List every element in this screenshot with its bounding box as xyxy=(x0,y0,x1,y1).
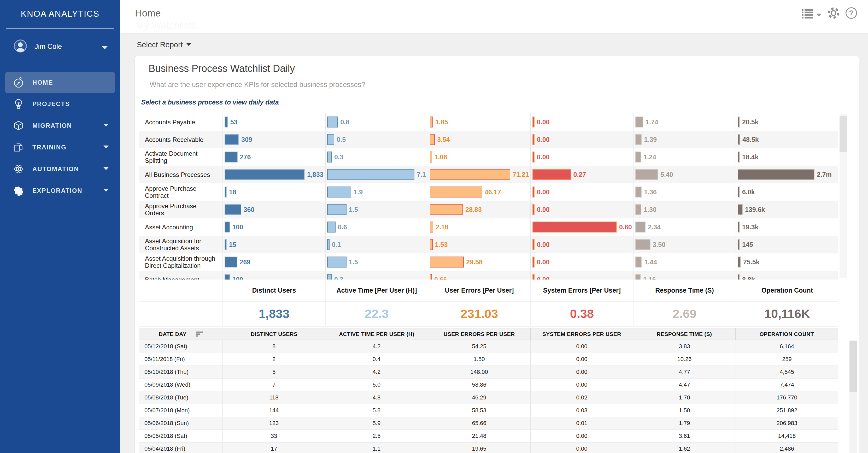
chevron-down-icon[interactable] xyxy=(816,13,822,17)
table-cell: 2,486 xyxy=(736,443,838,453)
kpi-value: 231.03 xyxy=(428,301,530,326)
process-list-scrollbar[interactable] xyxy=(840,114,847,278)
watchlist-menu-icon[interactable] xyxy=(801,7,814,19)
table-cell: 6,164 xyxy=(736,340,838,353)
bar-cell: 0.60 xyxy=(530,218,633,236)
sort-descending-icon[interactable] xyxy=(196,331,203,337)
table-cell: 5.9 xyxy=(325,417,428,429)
table-row: 05/04/2018 (Fri)171.119.650.001.622,486 xyxy=(139,443,838,453)
process-row[interactable]: Approve Purchase Contract181.946.170.001… xyxy=(139,183,838,201)
table-row: 05/06/2018 (Sun)1235.965.660.011.79206,9… xyxy=(139,417,838,430)
bar-label: 1.30 xyxy=(644,206,656,213)
process-name: Accounts Receivable xyxy=(139,131,222,148)
bar-cell: 0.00 xyxy=(530,271,633,279)
table-scrollbar[interactable] xyxy=(849,340,857,453)
process-row[interactable]: All Business Processes1,8337.171.210.275… xyxy=(139,166,838,183)
table-cell: 46.29 xyxy=(428,391,530,404)
table-cell: 206,983 xyxy=(736,417,838,429)
table-cell: 5.8 xyxy=(325,404,428,417)
kpi-value: 10,116K xyxy=(736,301,838,326)
table-header-label: USER ERRORS PER USER xyxy=(443,331,515,337)
table-cell: 144 xyxy=(222,404,325,417)
process-row[interactable]: Asset Acquisition through Direct Capital… xyxy=(139,253,838,271)
app-brand: KNOA ANALYTICS xyxy=(0,0,120,19)
sidebar-nav: HOMEPROJECTSMIGRATIONTRAININGAUTOMATIONE… xyxy=(0,72,120,202)
sidebar-item-migration[interactable]: MIGRATION xyxy=(0,115,120,137)
bar xyxy=(430,239,433,250)
sidebar-item-automation[interactable]: AUTOMATION xyxy=(0,158,120,180)
bar-label: 309 xyxy=(241,136,252,144)
bar xyxy=(224,221,230,233)
table-cell: 1.62 xyxy=(633,443,736,453)
bar xyxy=(635,204,641,215)
table-row: 05/05/2018 (Sat)332.521.480.003.6114,418 xyxy=(139,430,838,443)
process-row[interactable]: Asset Acquisition for Constructed Assets… xyxy=(139,236,838,253)
bar-cell: 0.3 xyxy=(325,271,428,279)
sidebar-item-projects[interactable]: PROJECTS xyxy=(0,93,120,115)
bar xyxy=(738,152,740,162)
table-cell: 0.00 xyxy=(530,379,633,391)
sidebar-item-training[interactable]: TRAINING xyxy=(0,137,120,158)
bar xyxy=(635,274,641,279)
process-row[interactable]: Batch Management1000.30.660.001.168.8k xyxy=(139,271,838,279)
bar-cell: 1.5 xyxy=(325,201,428,218)
table-header-cell: OPERATION COUNT xyxy=(735,328,838,340)
process-row[interactable]: Accounts Payable530.81.850.001.7420.5k xyxy=(139,113,838,131)
table-header-cell[interactable]: DATE DAY xyxy=(139,328,223,340)
process-row[interactable]: Accounts Receivable3090.53.540.001.3948.… xyxy=(139,131,838,148)
gear-icon[interactable] xyxy=(827,6,840,20)
table-row: 05/12/2018 (Sat)84.254.250.003.836,164 xyxy=(139,340,838,353)
process-name: Activate Document Splitting xyxy=(139,148,222,165)
bar-label: 100 xyxy=(232,276,243,280)
bar-cell: 5.40 xyxy=(633,166,736,183)
table-scrollbar-thumb[interactable] xyxy=(849,341,857,392)
table-cell: 58.86 xyxy=(428,379,530,391)
bar-cell: 20.5k xyxy=(736,113,838,131)
table-cell-date: 05/07/2018 (Mon) xyxy=(139,404,222,417)
table-cell: 33 xyxy=(222,430,325,442)
table-cell-date: 05/06/2018 (Sun) xyxy=(139,417,222,429)
process-name: Asset Accounting xyxy=(139,218,222,236)
report-card: Business Process Watchlist Daily What ar… xyxy=(134,56,859,453)
table-header-cell: SYSTEM ERRORS PER USER xyxy=(530,328,633,340)
bar-cell: 1.24 xyxy=(633,148,736,165)
process-row[interactable]: Activate Document Splitting2760.31.080.0… xyxy=(139,148,838,166)
process-name: Batch Management xyxy=(139,271,222,279)
topbar-icons: ? xyxy=(801,6,858,20)
bar xyxy=(532,134,534,145)
daily-data-table: DATE DAYDISTINCT USERSACTIVE TIME PER US… xyxy=(139,328,838,453)
table-cell: 0.00 xyxy=(530,430,633,442)
help-icon[interactable]: ? xyxy=(844,6,858,20)
select-report-dropdown[interactable]: Select Report xyxy=(120,33,868,56)
bar-label: 0.3 xyxy=(334,153,343,161)
bar xyxy=(738,169,814,180)
table-row: 05/11/2018 (Fri)20.41.500.0010.26259 xyxy=(139,353,838,366)
bar-label: 0.8 xyxy=(340,118,349,126)
bar xyxy=(532,221,617,233)
bar-cell: 0.00 xyxy=(530,201,633,218)
process-row[interactable]: Approve Purchase Orders3601.528.830.001.… xyxy=(139,201,838,218)
bar-cell: 1.39 xyxy=(633,131,736,148)
bar-cell: 309 xyxy=(222,131,325,148)
sidebar-item-home[interactable]: HOME xyxy=(5,72,115,93)
table-cell: 0.00 xyxy=(530,443,633,453)
bar-label: 6.0k xyxy=(742,188,755,196)
table-header-cell: DISTINCT USERS xyxy=(223,328,326,340)
bar xyxy=(738,256,741,268)
bar-label: 5.40 xyxy=(660,171,673,178)
table-cell: 4.2 xyxy=(325,366,428,378)
table-cell: 14,418 xyxy=(736,430,838,442)
bar xyxy=(532,256,534,268)
bar-label: 1.08 xyxy=(435,153,447,161)
table-cell: 1.50 xyxy=(428,353,530,365)
sidebar-item-exploration[interactable]: EXPLORATION xyxy=(0,180,120,202)
sidebar-divider xyxy=(6,28,114,29)
bar-cell: 0.6 xyxy=(325,218,428,236)
bar xyxy=(327,256,346,268)
report-title: Business Process Watchlist Daily xyxy=(149,63,295,74)
process-row[interactable]: Asset Accounting1000.62.180.602.3419.3k xyxy=(139,218,838,236)
process-list-scrollbar-thumb[interactable] xyxy=(840,116,847,152)
user-menu[interactable]: Jim Cole xyxy=(0,35,120,63)
process-name: Approve Purchase Contract xyxy=(139,183,222,201)
bar xyxy=(738,274,740,279)
